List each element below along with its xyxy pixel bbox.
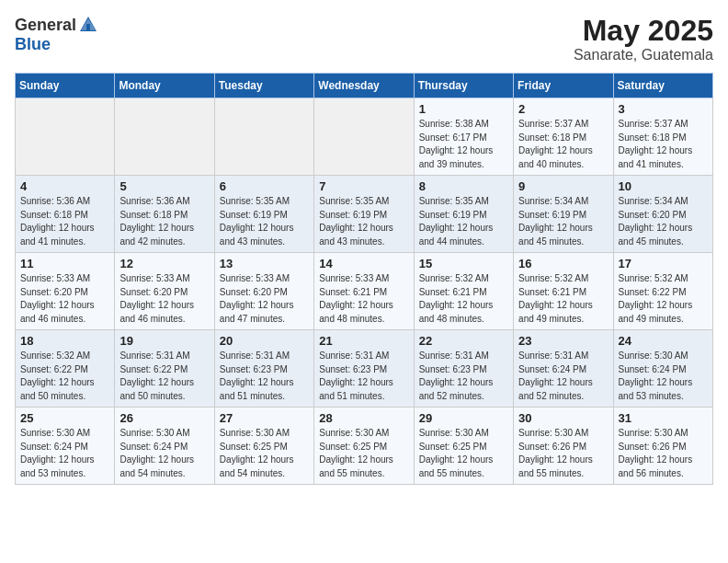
day-info: Sunrise: 5:37 AM Sunset: 6:18 PM Dayligh… [518, 118, 608, 171]
calendar-cell: 1Sunrise: 5:38 AM Sunset: 6:17 PM Daylig… [414, 98, 513, 176]
day-number: 22 [419, 334, 508, 348]
day-info: Sunrise: 5:38 AM Sunset: 6:17 PM Dayligh… [419, 118, 508, 171]
calendar-cell: 7Sunrise: 5:35 AM Sunset: 6:19 PM Daylig… [314, 176, 414, 253]
calendar-cell: 16Sunrise: 5:32 AM Sunset: 6:21 PM Dayli… [514, 253, 613, 330]
day-number: 25 [20, 411, 109, 425]
calendar-cell: 11Sunrise: 5:33 AM Sunset: 6:20 PM Dayli… [16, 253, 115, 330]
calendar-cell: 28Sunrise: 5:30 AM Sunset: 6:25 PM Dayli… [314, 408, 414, 485]
calendar-body: 1Sunrise: 5:38 AM Sunset: 6:17 PM Daylig… [16, 98, 713, 485]
calendar-cell: 14Sunrise: 5:33 AM Sunset: 6:21 PM Dayli… [314, 253, 414, 330]
calendar-cell: 24Sunrise: 5:30 AM Sunset: 6:24 PM Dayli… [613, 330, 712, 408]
calendar-cell: 5Sunrise: 5:36 AM Sunset: 6:18 PM Daylig… [115, 176, 214, 253]
day-number: 15 [419, 257, 508, 270]
day-number: 2 [518, 102, 608, 116]
week-row-4: 18Sunrise: 5:32 AM Sunset: 6:22 PM Dayli… [16, 330, 713, 408]
day-info: Sunrise: 5:31 AM Sunset: 6:22 PM Dayligh… [119, 350, 209, 403]
day-info: Sunrise: 5:33 AM Sunset: 6:20 PM Dayligh… [220, 272, 309, 326]
day-info: Sunrise: 5:33 AM Sunset: 6:20 PM Dayligh… [20, 272, 109, 326]
day-number: 1 [419, 102, 508, 116]
calendar-cell: 18Sunrise: 5:32 AM Sunset: 6:22 PM Dayli… [16, 330, 115, 408]
day-number: 26 [119, 411, 209, 425]
day-number: 3 [619, 102, 708, 116]
day-info: Sunrise: 5:30 AM Sunset: 6:24 PM Dayligh… [20, 427, 109, 480]
day-info: Sunrise: 5:32 AM Sunset: 6:22 PM Dayligh… [20, 350, 109, 403]
calendar-cell [16, 98, 115, 176]
day-info: Sunrise: 5:30 AM Sunset: 6:24 PM Dayligh… [119, 427, 209, 480]
day-info: Sunrise: 5:30 AM Sunset: 6:25 PM Dayligh… [319, 427, 408, 480]
calendar-cell: 13Sunrise: 5:33 AM Sunset: 6:20 PM Dayli… [214, 253, 313, 330]
day-info: Sunrise: 5:30 AM Sunset: 6:25 PM Dayligh… [220, 427, 309, 480]
day-number: 23 [518, 334, 608, 348]
calendar-cell: 2Sunrise: 5:37 AM Sunset: 6:18 PM Daylig… [514, 98, 613, 176]
day-info: Sunrise: 5:35 AM Sunset: 6:19 PM Dayligh… [319, 195, 408, 248]
location-subtitle: Sanarate, Guatemala [574, 47, 713, 63]
calendar-cell: 29Sunrise: 5:30 AM Sunset: 6:25 PM Dayli… [414, 408, 513, 485]
day-info: Sunrise: 5:30 AM Sunset: 6:25 PM Dayligh… [419, 427, 508, 480]
calendar-header: SundayMondayTuesdayWednesdayThursdayFrid… [16, 74, 713, 98]
day-info: Sunrise: 5:34 AM Sunset: 6:19 PM Dayligh… [518, 195, 608, 248]
calendar-cell: 10Sunrise: 5:34 AM Sunset: 6:20 PM Dayli… [613, 176, 712, 253]
day-number: 21 [319, 334, 408, 348]
calendar-cell [115, 98, 214, 176]
day-info: Sunrise: 5:35 AM Sunset: 6:19 PM Dayligh… [419, 195, 508, 248]
day-number: 11 [20, 257, 109, 270]
day-number: 31 [619, 411, 708, 425]
day-of-week-thursday: Thursday [414, 74, 513, 98]
title-block: May 2025 Sanarate, Guatemala [574, 15, 713, 63]
day-number: 20 [220, 334, 309, 348]
calendar-cell: 3Sunrise: 5:37 AM Sunset: 6:18 PM Daylig… [613, 98, 712, 176]
calendar-cell: 21Sunrise: 5:31 AM Sunset: 6:23 PM Dayli… [314, 330, 414, 408]
calendar-cell [314, 98, 414, 176]
logo-general-text: General [15, 16, 76, 35]
calendar-cell: 25Sunrise: 5:30 AM Sunset: 6:24 PM Dayli… [16, 408, 115, 485]
week-row-1: 1Sunrise: 5:38 AM Sunset: 6:17 PM Daylig… [16, 98, 713, 176]
day-number: 24 [619, 334, 708, 348]
calendar-cell: 22Sunrise: 5:31 AM Sunset: 6:23 PM Dayli… [414, 330, 513, 408]
calendar-cell: 20Sunrise: 5:31 AM Sunset: 6:23 PM Dayli… [214, 330, 313, 408]
day-of-week-sunday: Sunday [16, 74, 115, 98]
calendar-cell: 9Sunrise: 5:34 AM Sunset: 6:19 PM Daylig… [514, 176, 613, 253]
day-info: Sunrise: 5:35 AM Sunset: 6:19 PM Dayligh… [220, 195, 309, 248]
day-number: 19 [119, 334, 209, 348]
day-info: Sunrise: 5:31 AM Sunset: 6:24 PM Dayligh… [518, 350, 608, 403]
day-number: 13 [220, 257, 309, 270]
day-of-week-wednesday: Wednesday [314, 74, 414, 98]
week-row-5: 25Sunrise: 5:30 AM Sunset: 6:24 PM Dayli… [16, 408, 713, 485]
day-number: 5 [119, 179, 209, 193]
month-title: May 2025 [574, 15, 713, 47]
week-row-3: 11Sunrise: 5:33 AM Sunset: 6:20 PM Dayli… [16, 253, 713, 330]
day-number: 12 [119, 257, 209, 270]
day-info: Sunrise: 5:36 AM Sunset: 6:18 PM Dayligh… [119, 195, 209, 248]
page-header: General Blue May 2025 Sanarate, Guatemal… [15, 15, 713, 63]
day-number: 7 [319, 179, 408, 193]
calendar-cell: 27Sunrise: 5:30 AM Sunset: 6:25 PM Dayli… [214, 408, 313, 485]
day-number: 18 [20, 334, 109, 348]
day-of-week-monday: Monday [115, 74, 214, 98]
week-row-2: 4Sunrise: 5:36 AM Sunset: 6:18 PM Daylig… [16, 176, 713, 253]
day-number: 30 [518, 411, 608, 425]
logo-blue-text: Blue [15, 35, 51, 53]
day-number: 8 [419, 179, 508, 193]
day-of-week-saturday: Saturday [613, 74, 712, 98]
day-info: Sunrise: 5:31 AM Sunset: 6:23 PM Dayligh… [220, 350, 309, 403]
calendar-table: SundayMondayTuesdayWednesdayThursdayFrid… [15, 73, 713, 485]
calendar-cell: 19Sunrise: 5:31 AM Sunset: 6:22 PM Dayli… [115, 330, 214, 408]
day-number: 9 [518, 179, 608, 193]
day-info: Sunrise: 5:32 AM Sunset: 6:21 PM Dayligh… [518, 272, 608, 326]
calendar-cell [214, 98, 313, 176]
calendar-cell: 4Sunrise: 5:36 AM Sunset: 6:18 PM Daylig… [16, 176, 115, 253]
day-info: Sunrise: 5:31 AM Sunset: 6:23 PM Dayligh… [319, 350, 408, 403]
day-number: 28 [319, 411, 408, 425]
day-info: Sunrise: 5:30 AM Sunset: 6:26 PM Dayligh… [619, 427, 708, 480]
day-info: Sunrise: 5:32 AM Sunset: 6:22 PM Dayligh… [619, 272, 708, 326]
day-info: Sunrise: 5:37 AM Sunset: 6:18 PM Dayligh… [619, 118, 708, 171]
calendar-cell: 26Sunrise: 5:30 AM Sunset: 6:24 PM Dayli… [115, 408, 214, 485]
day-of-week-tuesday: Tuesday [214, 74, 313, 98]
day-number: 10 [619, 179, 708, 193]
calendar-cell: 15Sunrise: 5:32 AM Sunset: 6:21 PM Dayli… [414, 253, 513, 330]
day-info: Sunrise: 5:33 AM Sunset: 6:21 PM Dayligh… [319, 272, 408, 326]
day-number: 14 [319, 257, 408, 270]
calendar-cell: 12Sunrise: 5:33 AM Sunset: 6:20 PM Dayli… [115, 253, 214, 330]
day-number: 27 [220, 411, 309, 425]
day-of-week-friday: Friday [514, 74, 613, 98]
